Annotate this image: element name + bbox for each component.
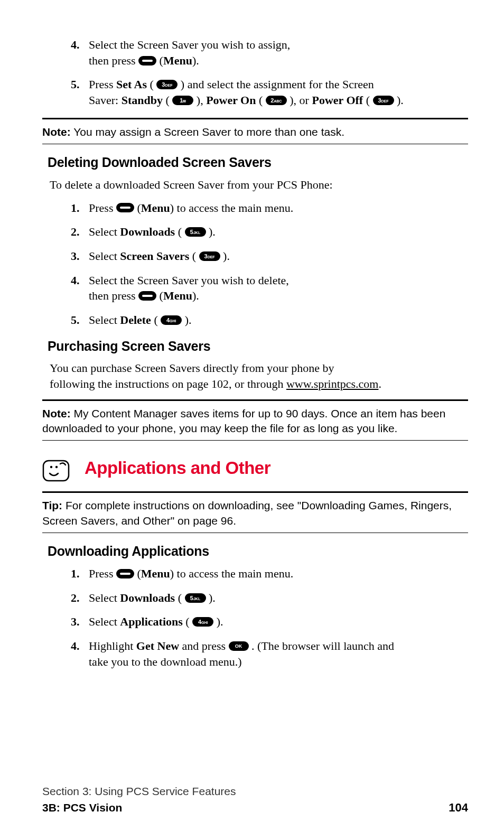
step-number: 1.: [71, 566, 80, 582]
tip-text: For complete instructions on downloading…: [42, 499, 452, 526]
svg-point-1: [50, 466, 52, 468]
note-content-manager: Note: My Content Manager saves items for…: [42, 406, 468, 436]
page-footer: Section 3: Using PCS Service Features 3B…: [42, 784, 468, 816]
key-2abc-icon: 2ABC: [266, 96, 287, 105]
sprintpcs-link[interactable]: www.sprintpcs.com: [286, 377, 379, 390]
step-4: 4. Select the Screen Saver you wish to a…: [42, 37, 468, 68]
menu-key-icon: [116, 203, 134, 212]
step-number: 2.: [71, 590, 80, 606]
step-4: 4. Highlight Get New and press OK . (The…: [42, 638, 468, 669]
step-1: 1. Press (Menu) to access the main menu.: [42, 200, 468, 216]
step-3: 3. Select Applications ( 4GHI ).: [42, 614, 468, 630]
page-number: 104: [449, 800, 468, 816]
step-number: 4.: [71, 273, 80, 288]
assign-screensaver-steps: 4. Select the Screen Saver you wish to a…: [42, 37, 468, 108]
key-5jkl-icon: 5JKL: [185, 227, 206, 237]
menu-key-icon: [138, 56, 156, 66]
step-3: 3. Select Screen Savers ( 3DEF ).: [42, 248, 468, 264]
svg-point-2: [55, 466, 58, 468]
divider: [42, 144, 468, 144]
key-4ghi-icon: 4GHI: [161, 315, 182, 325]
key-3def-icon: 3DEF: [373, 96, 394, 105]
step-2: 2. Select Downloads ( 5JKL ).: [42, 224, 468, 240]
step-2: 2. Select Downloads ( 5JKL ).: [42, 590, 468, 606]
section-header: Applications and Other: [42, 454, 468, 482]
note-text: My Content Manager saves items for up to…: [42, 407, 445, 434]
downloading-steps: 1. Press (Menu) to access the main menu.…: [42, 566, 468, 669]
divider: [42, 440, 468, 441]
note-label: Note:: [42, 126, 71, 138]
step-number: 4.: [71, 638, 80, 654]
heading-purchasing: Purchasing Screen Savers: [48, 338, 468, 356]
key-5jkl-icon: 5JKL: [185, 593, 206, 603]
divider: [42, 491, 468, 493]
divider: [42, 399, 468, 401]
deleting-steps: 1. Press (Menu) to access the main menu.…: [42, 200, 468, 328]
step-number: 5.: [71, 77, 80, 92]
key-1-icon: 1✉: [172, 96, 193, 105]
applications-icon: [42, 458, 70, 482]
divider: [42, 533, 468, 533]
key-3def-icon: 3DEF: [199, 251, 220, 261]
step-number: 2.: [71, 224, 80, 240]
note-assign: Note: You may assign a Screen Saver to m…: [42, 125, 468, 139]
step-5: 5. Select Delete ( 4GHI ).: [42, 312, 468, 328]
note-label: Note:: [42, 407, 71, 419]
deleting-intro: To delete a downloaded Screen Saver from…: [50, 177, 468, 193]
menu-key-icon: [116, 569, 134, 578]
heading-deleting: Deleting Downloaded Screen Savers: [48, 154, 468, 172]
step-text: then press (Menu).: [89, 54, 199, 67]
divider: [42, 118, 468, 119]
key-3def-icon: 3DEF: [156, 80, 178, 89]
step-text: Press Set As ( 3DEF ) and select the ass…: [89, 78, 374, 91]
section-title: Applications and Other: [85, 456, 270, 480]
tip-downloading: Tip: For complete instructions on downlo…: [42, 498, 468, 528]
step-1: 1. Press (Menu) to access the main menu.: [42, 566, 468, 582]
step-number: 4.: [71, 37, 80, 53]
heading-downloading-apps: Downloading Applications: [48, 543, 468, 561]
tip-label: Tip:: [42, 499, 62, 511]
step-number: 3.: [71, 248, 80, 264]
step-number: 1.: [71, 200, 80, 216]
footer-subsection: 3B: PCS Vision: [42, 800, 122, 815]
key-4ghi-icon: 4GHI: [192, 617, 213, 627]
step-text: Saver: Standby ( 1✉ ), Power On ( 2ABC )…: [89, 94, 404, 107]
menu-key-icon: [138, 291, 156, 301]
step-text: Select the Screen Saver you wish to assi…: [89, 38, 290, 51]
step-number: 5.: [71, 312, 80, 328]
note-text: You may assign a Screen Saver to more th…: [71, 126, 344, 138]
step-5: 5. Press Set As ( 3DEF ) and select the …: [42, 77, 468, 108]
step-number: 3.: [71, 614, 80, 630]
step-4: 4. Select the Screen Saver you wish to d…: [42, 273, 468, 304]
purchasing-text: You can purchase Screen Savers directly …: [50, 360, 468, 391]
ok-key-icon: OK: [229, 641, 249, 651]
footer-section-line: Section 3: Using PCS Service Features: [42, 784, 468, 799]
